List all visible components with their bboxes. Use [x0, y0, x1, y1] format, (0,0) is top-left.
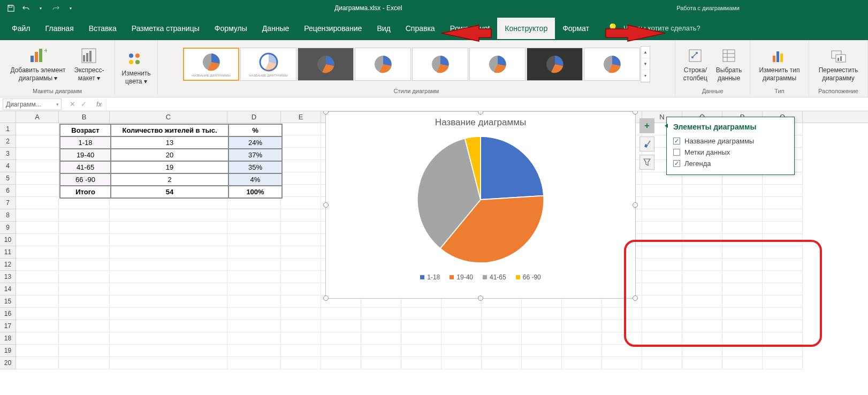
cell[interactable] — [401, 345, 441, 357]
cell[interactable] — [602, 332, 642, 345]
cell[interactable] — [227, 197, 281, 209]
legend-item[interactable]: 66 -90 — [516, 274, 541, 281]
cell[interactable] — [59, 320, 110, 332]
cell[interactable] — [227, 320, 281, 332]
chart-style-6[interactable] — [469, 48, 526, 81]
cell[interactable] — [441, 308, 482, 320]
cell[interactable] — [722, 259, 763, 271]
cell[interactable] — [763, 345, 803, 357]
cell[interactable] — [281, 172, 321, 185]
col-header-A[interactable]: A — [16, 111, 59, 123]
cell[interactable] — [682, 345, 722, 357]
chart-styles-button[interactable] — [639, 136, 654, 151]
cell[interactable] — [642, 357, 682, 369]
cell[interactable] — [361, 332, 401, 345]
cell[interactable] — [59, 345, 110, 357]
chart-style-8[interactable] — [584, 48, 640, 81]
chart-handle-sw[interactable] — [323, 295, 329, 301]
row-header-13[interactable]: 13 — [0, 271, 16, 283]
cell-total-value[interactable]: 54 — [111, 186, 229, 198]
row-header-1[interactable]: 1 — [0, 123, 16, 135]
cell[interactable] — [722, 320, 763, 332]
cell[interactable] — [682, 246, 722, 259]
col-header-B[interactable]: B — [59, 111, 110, 123]
cell[interactable] — [281, 148, 321, 160]
cell[interactable] — [763, 320, 803, 332]
row-header-5[interactable]: 5 — [0, 172, 16, 185]
cell[interactable] — [482, 332, 522, 345]
cell[interactable] — [110, 197, 227, 209]
row-header-10[interactable]: 10 — [0, 234, 16, 246]
cell[interactable] — [722, 308, 763, 320]
chart-element-legend-option[interactable]: ✓ Легенда — [673, 158, 788, 169]
cell[interactable] — [110, 259, 227, 271]
cell[interactable] — [59, 234, 110, 246]
cell[interactable] — [722, 234, 763, 246]
chart-style-7[interactable] — [527, 48, 583, 81]
cell[interactable] — [682, 222, 722, 234]
row-header-12[interactable]: 12 — [0, 259, 16, 271]
cell[interactable] — [682, 259, 722, 271]
cell[interactable] — [281, 357, 321, 369]
cell[interactable] — [281, 209, 321, 222]
chart-style-1[interactable]: НАЗВАНИЕ ДИАГРАММЫ — [183, 48, 239, 81]
cell-b3[interactable]: 1-18 — [60, 136, 111, 149]
cell[interactable] — [763, 234, 803, 246]
cell[interactable] — [763, 185, 803, 197]
cell[interactable] — [16, 271, 59, 283]
row-header-7[interactable]: 7 — [0, 197, 16, 209]
row-header-16[interactable]: 16 — [0, 308, 16, 320]
cell[interactable] — [321, 345, 361, 357]
cell-d6[interactable]: 4% — [229, 173, 282, 186]
row-header-18[interactable]: 18 — [0, 332, 16, 345]
cell[interactable] — [110, 271, 227, 283]
cell[interactable] — [682, 283, 722, 295]
tab-view[interactable]: Вид — [369, 18, 398, 39]
cell[interactable] — [482, 345, 522, 357]
undo-icon[interactable] — [20, 3, 31, 13]
cell[interactable] — [682, 320, 722, 332]
cell[interactable] — [281, 185, 321, 197]
cell[interactable] — [642, 234, 682, 246]
undo-dropdown-icon[interactable]: ▾ — [35, 3, 46, 13]
cell[interactable] — [361, 320, 401, 332]
tab-insert[interactable]: Вставка — [81, 18, 124, 39]
cell[interactable] — [763, 332, 803, 345]
fx-icon[interactable]: fx — [92, 100, 106, 108]
checkbox-unchecked-icon[interactable] — [673, 149, 680, 156]
row-header-17[interactable]: 17 — [0, 320, 16, 332]
checkbox-checked-icon[interactable]: ✓ — [673, 138, 680, 145]
tab-page-layout[interactable]: Разметка страницы — [124, 18, 207, 39]
cell[interactable] — [642, 185, 682, 197]
cell[interactable] — [16, 160, 59, 172]
cell[interactable] — [16, 197, 59, 209]
row-header-6[interactable]: 6 — [0, 185, 16, 197]
cell[interactable] — [682, 271, 722, 283]
tab-format[interactable]: Формат — [555, 18, 597, 39]
col-header-D[interactable]: D — [227, 111, 281, 123]
cell[interactable] — [401, 357, 441, 369]
cell-b6[interactable]: 66 -90 — [60, 173, 111, 186]
chart-style-3[interactable] — [298, 48, 354, 81]
cell[interactable] — [16, 148, 59, 160]
cell[interactable] — [110, 332, 227, 345]
cell[interactable] — [16, 209, 59, 222]
cell[interactable] — [642, 283, 682, 295]
cell[interactable] — [281, 160, 321, 172]
row-header-19[interactable]: 19 — [0, 345, 16, 357]
row-header-14[interactable]: 14 — [0, 283, 16, 295]
cell[interactable] — [722, 271, 763, 283]
cell[interactable] — [642, 320, 682, 332]
chart-filter-button[interactable] — [639, 155, 654, 170]
cell[interactable] — [642, 246, 682, 259]
cell[interactable] — [227, 271, 281, 283]
cell[interactable] — [361, 345, 401, 357]
tab-review[interactable]: Рецензирование — [296, 18, 369, 39]
chart-elements-button[interactable]: + — [639, 118, 654, 133]
move-chart-button[interactable]: Переместить диаграмму — [816, 45, 862, 83]
cell[interactable] — [682, 197, 722, 209]
cell[interactable] — [110, 283, 227, 295]
cell[interactable] — [110, 246, 227, 259]
chart-object[interactable]: Название диаграммы 1-1819-4041-6566 -90 … — [325, 111, 636, 299]
pie-chart[interactable] — [326, 130, 635, 269]
